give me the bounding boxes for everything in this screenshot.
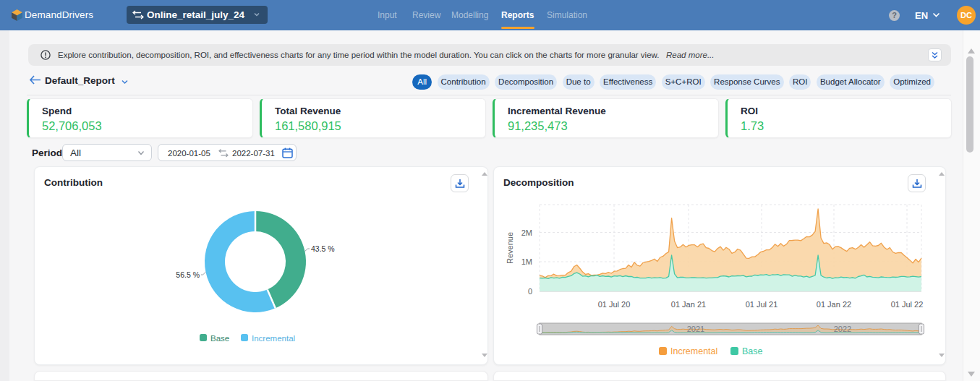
svg-text:56.5 %: 56.5 %	[176, 270, 200, 279]
svg-text:2021: 2021	[687, 325, 704, 333]
svg-text:01 Jul 20: 01 Jul 20	[598, 300, 631, 309]
svg-text:Revenue: Revenue	[506, 232, 514, 264]
svg-text:01 Jan 22: 01 Jan 22	[817, 300, 851, 309]
svg-text:01 Jan 21: 01 Jan 21	[671, 300, 706, 309]
svg-text:2022: 2022	[834, 325, 851, 333]
svg-text:01 Jul 21: 01 Jul 21	[746, 300, 778, 309]
svg-text:43.5 %: 43.5 %	[311, 244, 335, 253]
svg-text:Incremental: Incremental	[670, 346, 717, 356]
svg-text:Base: Base	[742, 346, 763, 356]
svg-text:Incremental: Incremental	[252, 334, 295, 343]
svg-text:0: 0	[528, 287, 532, 296]
svg-text:2M: 2M	[521, 228, 532, 237]
svg-text:01 Jul 22: 01 Jul 22	[891, 300, 924, 309]
svg-text:1M: 1M	[521, 257, 532, 266]
svg-text:Base: Base	[210, 334, 229, 343]
